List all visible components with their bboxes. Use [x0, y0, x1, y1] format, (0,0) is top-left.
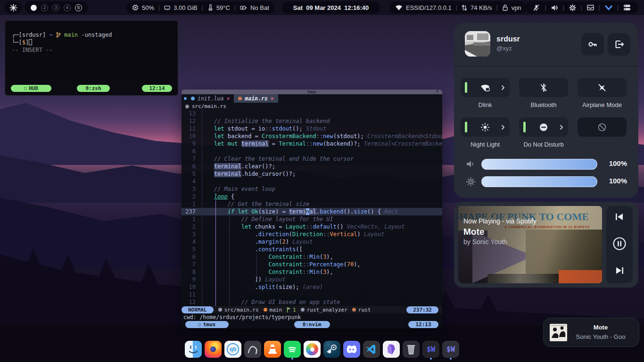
- dashboard-icon[interactable]: [619, 4, 635, 11]
- editor-window[interactable]: tmuxx init.lua× main.rs× src/main.rs 131…: [182, 90, 442, 329]
- logout-button[interactable]: [608, 33, 630, 56]
- hud-pill[interactable]: □HUD: [11, 85, 51, 92]
- toggle-night-light[interactable]: [461, 117, 510, 137]
- tab-close-icon[interactable]: ×: [226, 95, 230, 102]
- code-text: // Clear the terminal and hide the curso…: [196, 155, 354, 163]
- lua-file-icon: [191, 97, 195, 100]
- pause-button[interactable]: [612, 237, 627, 253]
- zsh-session-pill[interactable]: 0:zsh: [77, 85, 110, 92]
- git-branch-icon: [56, 32, 61, 38]
- dock-app-trash[interactable]: [403, 341, 420, 358]
- avatar[interactable]: [465, 31, 490, 57]
- volume-slider[interactable]: [481, 159, 597, 170]
- dock-app-spotify[interactable]: [284, 341, 301, 358]
- previous-button[interactable]: [615, 213, 624, 223]
- line-number: 10: [182, 283, 196, 291]
- toggle-airplane-mode[interactable]: [578, 78, 627, 97]
- toggle-do-not-disturb[interactable]: [519, 117, 568, 137]
- panel-chevron-icon[interactable]: [601, 5, 616, 10]
- settings-gear-icon[interactable]: [565, 4, 580, 11]
- code-line: 7 Constraint::Percentage(70),: [182, 261, 442, 268]
- username: srdusr: [496, 35, 520, 43]
- dock-app-files[interactable]: [185, 341, 202, 358]
- running-indicator: [450, 358, 452, 360]
- dock-app-firefox[interactable]: [205, 341, 222, 358]
- line-number: 3: [182, 185, 196, 193]
- line-number: 5: [182, 246, 196, 253]
- code-text: Constraint::Min(3),: [196, 268, 333, 276]
- tmux-window-pill[interactable]: 0:nvim: [294, 321, 330, 328]
- code-line: 11 let stdout = io::stdout(); Stdout: [182, 125, 442, 132]
- code-line: 10 let backend = CrosstermBackend::new(s…: [182, 132, 442, 140]
- tab-main-rs[interactable]: main.rs×: [234, 94, 278, 103]
- workspace-2[interactable]: 2: [41, 4, 48, 11]
- terminal-window[interactable]: ┌─[srdusr] ~ main -unstaged └─[$] -- INS…: [5, 20, 178, 96]
- workspace-1-active[interactable]: [31, 5, 37, 11]
- notification[interactable]: Mote Sonic Youth - Goo: [543, 318, 639, 347]
- code-text: // Initialize the terminal backend: [196, 117, 330, 125]
- divider: [454, 66, 638, 67]
- winbar: src/main.rs: [182, 103, 442, 110]
- notification-album-art: [550, 324, 567, 341]
- dock-app-steam[interactable]: [323, 341, 340, 358]
- tab-init-lua[interactable]: init.lua×: [187, 94, 234, 103]
- bluetooth-off-icon: [540, 83, 547, 92]
- dock-app-photos[interactable]: [304, 341, 321, 358]
- dnd-icon: [539, 123, 548, 132]
- workspace-4[interactable]: 4: [64, 4, 71, 11]
- line-number: 11: [182, 291, 196, 298]
- workspace-3[interactable]: 3: [52, 4, 59, 11]
- dock-app-discord[interactable]: [343, 341, 360, 358]
- active-indicator: [465, 82, 467, 93]
- window-close-button[interactable]: x: [436, 90, 438, 93]
- code-line: 13: [182, 110, 442, 117]
- statusline-lsp: rust_analyzer: [301, 307, 347, 313]
- code-text: .margin(2) Layout: [196, 238, 313, 246]
- volume-slider-row: 100%: [454, 159, 638, 170]
- blocked-icon: [597, 123, 607, 132]
- album-art[interactable]: SHAPE OF PUNK TO COME A CHIMERICAL BOMBI…: [458, 206, 602, 283]
- statusline-branch: main: [264, 307, 282, 313]
- keyring-button[interactable]: [581, 33, 604, 56]
- code-line: 6 terminal.clear()?;: [182, 163, 442, 170]
- running-indicator: [430, 358, 432, 360]
- brightness-slider[interactable]: [481, 176, 597, 187]
- toggle-blocked[interactable]: [578, 117, 627, 137]
- workspaces: 2 3 4 5: [25, 1, 88, 14]
- dock-app-qbittorrent[interactable]: qb: [224, 341, 241, 358]
- now-playing-label: Now Playing - via Spotify: [463, 217, 537, 225]
- dock-app-mpv[interactable]: [244, 341, 261, 358]
- inbox-icon[interactable]: [583, 4, 598, 11]
- tab-close-icon[interactable]: ×: [271, 95, 274, 102]
- dock-app-obsidian[interactable]: [383, 341, 400, 358]
- dock-app-vscode[interactable]: [363, 341, 380, 358]
- dock-app-wallet-a[interactable]: $W: [422, 341, 439, 358]
- tmux-clock-pill: 12:13: [408, 321, 438, 328]
- toggle-bluetooth[interactable]: [519, 78, 568, 97]
- code-area[interactable]: 1312 // Initialize the terminal backend1…: [182, 110, 442, 306]
- window-title: tmux: [307, 90, 316, 94]
- code-line: 5 terminal.hide_cursor()?;: [182, 170, 442, 178]
- next-button[interactable]: [615, 266, 624, 277]
- mic-muted-icon[interactable]: [529, 4, 544, 11]
- workspace-5-focused[interactable]: 5: [75, 4, 82, 11]
- launcher-button[interactable]: [5, 1, 22, 14]
- volume-icon: [466, 160, 476, 170]
- statusline-diagnostic: 1: [287, 307, 296, 313]
- statusline-lang: rust: [352, 307, 371, 313]
- toggle-dlink[interactable]: [461, 78, 510, 97]
- code-text: // Get the terminal size: [196, 200, 309, 208]
- dock-app-wallet-b[interactable]: $W: [442, 341, 459, 358]
- clock[interactable]: Sat 09 Mar 2024 12:16:40: [282, 1, 380, 14]
- code-text: ]) Layout: [196, 276, 286, 283]
- code-text: [196, 110, 200, 117]
- code-text: .split(size); (area): [196, 283, 323, 291]
- dock-app-vlc[interactable]: [264, 341, 281, 358]
- tmux-session-pill[interactable]: □tmux: [185, 321, 229, 328]
- volume-icon[interactable]: [547, 4, 562, 11]
- tmux-titlebar[interactable]: tmuxx: [182, 90, 442, 94]
- user-handle: @xyz: [496, 45, 512, 52]
- rust-file-icon: [238, 97, 242, 100]
- code-line: 4 .margin(2) Layout: [182, 238, 442, 246]
- code-line: 8 Constraint::Min(3),: [182, 268, 442, 276]
